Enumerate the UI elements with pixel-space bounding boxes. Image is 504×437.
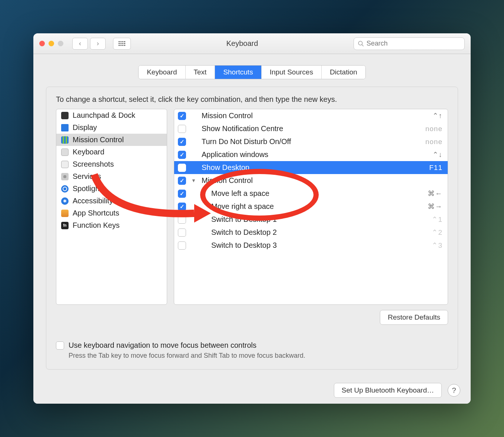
keyboard-navigation-checkbox[interactable]	[56, 341, 64, 350]
shortcut-key[interactable]: ⌃1	[432, 215, 442, 224]
window-controls	[39, 41, 63, 46]
restore-defaults-button[interactable]: Restore Defaults	[380, 310, 448, 325]
tab-bar: Keyboard Text Shortcuts Input Sources Di…	[138, 65, 366, 79]
content-area: Keyboard Text Shortcuts Input Sources Di…	[33, 54, 471, 377]
tab-keyboard[interactable]: Keyboard	[139, 66, 185, 79]
shortcut-label: Mission Control	[202, 111, 427, 120]
shortcut-key[interactable]: ⌃↑	[432, 111, 443, 120]
shortcut-checkbox[interactable]	[178, 228, 186, 237]
shortcut-row[interactable]: Show DesktopF11	[174, 161, 448, 174]
close-icon[interactable]	[39, 41, 45, 46]
shortcut-key[interactable]: ⌃↓	[432, 150, 443, 159]
shortcut-checkbox[interactable]	[178, 216, 186, 224]
back-button[interactable]: ‹	[72, 38, 88, 50]
shortcut-label: Switch to Desktop 1	[211, 215, 427, 224]
instruction-text: To change a shortcut, select it, click t…	[56, 95, 448, 104]
shortcut-label: Show Notification Centre	[202, 124, 420, 133]
ic-fn-icon: fn	[61, 221, 69, 230]
shortcut-checkbox[interactable]	[178, 190, 186, 198]
sidebar-item-mission-control[interactable]: Mission Control	[56, 134, 167, 146]
shortcut-row[interactable]: Mission Control⌃↑	[174, 109, 448, 122]
tab-dictation[interactable]: Dictation	[322, 66, 365, 79]
sidebar-item-launchpad-dock[interactable]: Launchpad & Dock	[56, 109, 167, 121]
sidebar-item-screenshots[interactable]: Screenshots	[56, 158, 167, 170]
sidebar-item-display[interactable]: Display	[56, 121, 167, 134]
ic-svc-icon	[61, 173, 69, 181]
shortcut-checkbox[interactable]	[178, 151, 186, 159]
shortcut-checkbox[interactable]	[178, 138, 186, 146]
shortcut-checkbox[interactable]	[178, 125, 186, 133]
keyboard-preferences-window: ‹ › Keyboard Keyboard Text Shortcuts Inp…	[33, 33, 471, 404]
minimize-icon[interactable]	[49, 41, 54, 46]
shortcut-row[interactable]: Switch to Desktop 2⌃2	[174, 226, 448, 239]
sidebar-item-label: Services	[73, 172, 101, 181]
shortcut-checkbox[interactable]	[178, 241, 186, 250]
zoom-icon	[58, 41, 63, 46]
tab-text[interactable]: Text	[186, 66, 215, 79]
ic-mc-icon	[61, 136, 69, 144]
shortcut-row[interactable]: Show Notification Centrenone	[174, 122, 448, 135]
sidebar-item-label: Launchpad & Dock	[73, 111, 135, 120]
footer: Set Up Bluetooth Keyboard… ?	[33, 377, 471, 404]
shortcut-row[interactable]: Switch to Desktop 1⌃1	[174, 213, 448, 226]
ic-kbd-icon	[61, 148, 69, 156]
shortcut-row[interactable]: ▼Mission Control	[174, 174, 448, 187]
grid-icon	[119, 41, 125, 46]
sidebar-item-label: Accessibility	[73, 197, 113, 205]
shortcut-label: Move left a space	[211, 189, 422, 198]
ic-display-icon	[61, 124, 69, 132]
chevron-left-icon: ‹	[79, 40, 81, 47]
keyboard-navigation-label: Use keyboard navigation to move focus be…	[69, 341, 256, 350]
shortcut-row[interactable]: Turn Do Not Disturb On/Offnone	[174, 135, 448, 148]
shortcut-key[interactable]: ⌘←	[428, 189, 442, 198]
shortcut-checkbox[interactable]	[178, 177, 186, 185]
sidebar-item-spotlight[interactable]: Spotlight	[56, 183, 167, 195]
shortcut-label: Switch to Desktop 2	[211, 228, 427, 237]
tab-shortcuts[interactable]: Shortcuts	[215, 66, 261, 79]
shortcut-label: Turn Do Not Disturb On/Off	[202, 137, 420, 146]
keyboard-navigation-subtext: Press the Tab key to move focus forward …	[69, 352, 448, 360]
search-input[interactable]	[367, 40, 461, 47]
setup-bluetooth-keyboard-button[interactable]: Set Up Bluetooth Keyboard…	[334, 383, 442, 398]
shortcut-row[interactable]: Move right a space⌘→	[174, 200, 448, 213]
sidebar-item-accessibility[interactable]: Accessibility	[56, 195, 167, 207]
sidebar-item-function-keys[interactable]: fnFunction Keys	[56, 219, 167, 231]
shortcut-label: Application windows	[202, 150, 427, 159]
shortcut-key[interactable]: ⌃3	[432, 241, 442, 250]
shortcut-key[interactable]: none	[425, 125, 442, 133]
keyboard-navigation-section: Use keyboard navigation to move focus be…	[56, 341, 448, 360]
shortcut-checkbox[interactable]	[178, 203, 186, 211]
shortcut-row[interactable]: Move left a space⌘←	[174, 187, 448, 200]
nav-buttons: ‹ ›	[72, 38, 106, 50]
tab-input-sources[interactable]: Input Sources	[262, 66, 322, 79]
ic-launchpad-icon	[61, 111, 69, 120]
search-icon	[358, 40, 364, 47]
ic-spot-icon	[61, 185, 69, 193]
sidebar-item-label: Display	[73, 123, 97, 132]
svg-line-1	[362, 44, 364, 46]
sidebar-item-label: Function Keys	[73, 221, 120, 230]
shortcut-label: Mission Control	[202, 176, 437, 185]
shortcut-row[interactable]: Application windows⌃↓	[174, 148, 448, 161]
sidebar-item-app-shortcuts[interactable]: App Shortcuts	[56, 207, 167, 219]
category-sidebar[interactable]: Launchpad & DockDisplayMission ControlKe…	[56, 109, 167, 305]
sidebar-item-keyboard[interactable]: Keyboard	[56, 146, 167, 158]
search-field[interactable]	[354, 37, 465, 50]
shortcuts-list[interactable]: Mission Control⌃↑Show Notification Centr…	[174, 109, 448, 305]
titlebar: ‹ › Keyboard	[33, 33, 471, 54]
show-all-button[interactable]	[113, 38, 131, 50]
shortcut-key[interactable]: F11	[429, 164, 442, 172]
sidebar-item-label: App Shortcuts	[73, 209, 119, 217]
help-button[interactable]: ?	[448, 384, 460, 397]
shortcut-checkbox[interactable]	[178, 164, 186, 172]
sidebar-item-services[interactable]: Services	[56, 170, 167, 183]
shortcut-key[interactable]: ⌘→	[428, 202, 442, 211]
shortcut-key[interactable]: none	[425, 138, 442, 146]
shortcut-checkbox[interactable]	[178, 112, 186, 120]
window-title: Keyboard	[136, 39, 348, 48]
shortcut-row[interactable]: Switch to Desktop 3⌃3	[174, 239, 448, 252]
lists-container: Launchpad & DockDisplayMission ControlKe…	[56, 109, 448, 305]
shortcut-label: Move right a space	[211, 202, 422, 211]
shortcut-key[interactable]: ⌃2	[432, 228, 442, 237]
disclosure-triangle-icon[interactable]: ▼	[191, 178, 196, 183]
